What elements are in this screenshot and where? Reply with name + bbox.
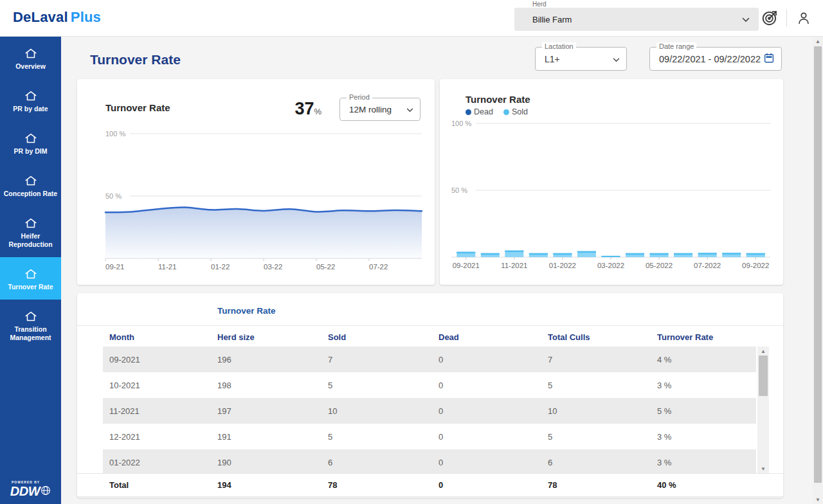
sidebar-nav: OverviewPR by datePR by DIMConception Ra… bbox=[0, 37, 61, 504]
home-icon bbox=[24, 267, 38, 281]
table-header-row: MonthHerd sizeSoldDeadTotal CullsTurnove… bbox=[77, 327, 783, 346]
sidebar-item-transition-management[interactable]: Transition Management bbox=[0, 300, 61, 350]
table-cell: 7 bbox=[548, 355, 657, 364]
legend-item-sold[interactable]: Sold bbox=[503, 107, 528, 116]
table-cell: 4 % bbox=[657, 355, 756, 364]
kpi-unit: % bbox=[314, 107, 321, 116]
table-row: 12-20211915053 % bbox=[103, 424, 756, 449]
chevron-down-icon bbox=[406, 104, 413, 115]
svg-text:03-22: 03-22 bbox=[264, 263, 282, 271]
svg-text:01-22: 01-22 bbox=[211, 263, 230, 271]
table-cell: 10 bbox=[548, 406, 657, 416]
table-cell: 7 bbox=[328, 355, 439, 364]
turnover-rate-table-card: Turnover Rate MonthHerd sizeSoldDeadTota… bbox=[77, 293, 783, 498]
period-select[interactable]: Period 12M rolling bbox=[339, 98, 421, 121]
sidebar-item-label: PR by date bbox=[2, 105, 59, 113]
table-cell: 5 bbox=[548, 432, 657, 442]
svg-text:07-2022: 07-2022 bbox=[694, 262, 721, 269]
table-cell: 0 bbox=[439, 458, 548, 467]
table-cell: 6 bbox=[328, 458, 439, 467]
lactation-select[interactable]: Lactation L1+ bbox=[535, 47, 627, 71]
table-cell: 01-2022 bbox=[109, 458, 217, 467]
table-title: Turnover Rate bbox=[217, 306, 276, 316]
line-chart: 100 %50 %09-2111-2101-2203-2205-2207-22 bbox=[105, 126, 422, 274]
svg-text:01-2022: 01-2022 bbox=[549, 262, 576, 269]
table-cell: 3 % bbox=[657, 432, 756, 442]
total-cell: Total bbox=[109, 480, 217, 490]
table-cell: 0 bbox=[439, 381, 548, 390]
kpi-value: 37 bbox=[294, 99, 314, 118]
table-cell: 6 bbox=[548, 458, 657, 467]
total-cell: 194 bbox=[217, 480, 328, 490]
sidebar-item-label: Transition Management bbox=[2, 325, 59, 342]
sidebar-item-pr-by-date[interactable]: PR by date bbox=[0, 79, 61, 122]
column-header: Total Culls bbox=[548, 332, 657, 342]
sidebar-item-label: Heifer Reproduction bbox=[2, 232, 59, 249]
top-bar: DeLavalPlus Herd Billie Farm bbox=[0, 0, 823, 37]
home-icon bbox=[24, 174, 38, 188]
sidebar-item-label: Conception Rate bbox=[2, 190, 59, 198]
table-cell: 5 bbox=[328, 381, 439, 390]
table-cell: 3 % bbox=[657, 381, 756, 390]
total-cell: 40 % bbox=[657, 480, 783, 490]
turnover-rate-line-card: Turnover Rate 37% Period 12M rolling 100… bbox=[77, 79, 435, 285]
table-row: 09-20211967074 % bbox=[103, 346, 756, 372]
home-icon bbox=[24, 216, 38, 230]
table-cell: 190 bbox=[217, 458, 328, 467]
table-cell: 5 bbox=[328, 432, 439, 442]
table-cell: 191 bbox=[217, 432, 328, 442]
table-total-row: Total1947807840 % bbox=[77, 473, 783, 497]
main-area: Turnover Rate Lactation L1+ Date range 0… bbox=[61, 37, 823, 504]
calendar-icon[interactable] bbox=[763, 52, 775, 66]
sidebar-item-label: PR by DIM bbox=[2, 147, 59, 156]
svg-text:11-21: 11-21 bbox=[158, 263, 177, 271]
total-cell: 78 bbox=[548, 480, 657, 490]
goal-target-icon[interactable] bbox=[759, 6, 780, 30]
legend-dot-icon bbox=[466, 109, 471, 115]
column-header: Turnover Rate bbox=[657, 332, 783, 342]
column-header: Sold bbox=[328, 332, 439, 342]
page-scrollbar-thumb[interactable] bbox=[814, 46, 822, 483]
period-value: 12M rolling bbox=[349, 105, 406, 114]
sidebar-item-turnover-rate[interactable]: Turnover Rate bbox=[0, 257, 61, 300]
sidebar-item-label: Turnover Rate bbox=[2, 283, 59, 291]
svg-text:100 %: 100 % bbox=[451, 120, 471, 127]
scroll-down-icon[interactable]: ▼ bbox=[757, 464, 769, 473]
sidebar-item-overview[interactable]: Overview bbox=[0, 37, 61, 79]
scroll-up-icon[interactable]: ▲ bbox=[813, 37, 823, 46]
table-cell: 11-2021 bbox=[109, 406, 217, 416]
table-cell: 198 bbox=[217, 381, 328, 390]
svg-text:05-2022: 05-2022 bbox=[646, 262, 673, 269]
table-scrollbar[interactable]: ▲ ▼ bbox=[757, 346, 769, 473]
home-icon bbox=[24, 89, 38, 103]
table-cell: 12-2021 bbox=[109, 432, 217, 442]
sidebar-item-heifer-reproduction[interactable]: Heifer Reproduction bbox=[0, 206, 61, 257]
period-label: Period bbox=[347, 93, 372, 101]
turnover-kpi: 37% bbox=[294, 99, 321, 119]
sidebar-item-conception-rate[interactable]: Conception Rate bbox=[0, 164, 61, 206]
date-range-input[interactable]: Date range 09/22/2021 - 09/22/2022 bbox=[649, 47, 782, 71]
legend-label: Sold bbox=[512, 107, 528, 116]
table-scrollbar-thumb[interactable] bbox=[759, 356, 768, 396]
svg-text:11-2021: 11-2021 bbox=[501, 262, 527, 269]
column-header: Dead bbox=[439, 332, 548, 342]
table-cell: 5 % bbox=[657, 406, 756, 416]
svg-text:09-21: 09-21 bbox=[105, 263, 124, 271]
total-cell: 78 bbox=[328, 480, 439, 490]
herd-value: Billie Farm bbox=[532, 15, 742, 24]
table-cell: 09-2021 bbox=[109, 355, 217, 364]
scroll-up-icon[interactable]: ▲ bbox=[757, 346, 769, 356]
legend-item-dead[interactable]: Dead bbox=[466, 107, 493, 116]
sidebar-item-pr-by-dim[interactable]: PR by DIM bbox=[0, 122, 61, 164]
table-cell: 196 bbox=[217, 355, 328, 364]
ddw-brand-text: DDW bbox=[10, 484, 40, 499]
page-title: Turnover Rate bbox=[90, 52, 181, 68]
herd-select[interactable]: Billie Farm bbox=[514, 8, 759, 31]
page-scrollbar[interactable]: ▲ ▼ bbox=[813, 37, 823, 504]
table-row: 11-2021197100105 % bbox=[103, 398, 756, 424]
user-profile-icon[interactable] bbox=[793, 6, 814, 30]
scroll-down-icon[interactable]: ▼ bbox=[813, 495, 823, 504]
icon-divider bbox=[786, 9, 787, 27]
svg-text:09-2022: 09-2022 bbox=[742, 262, 769, 269]
table-cell: 3 % bbox=[657, 458, 756, 467]
